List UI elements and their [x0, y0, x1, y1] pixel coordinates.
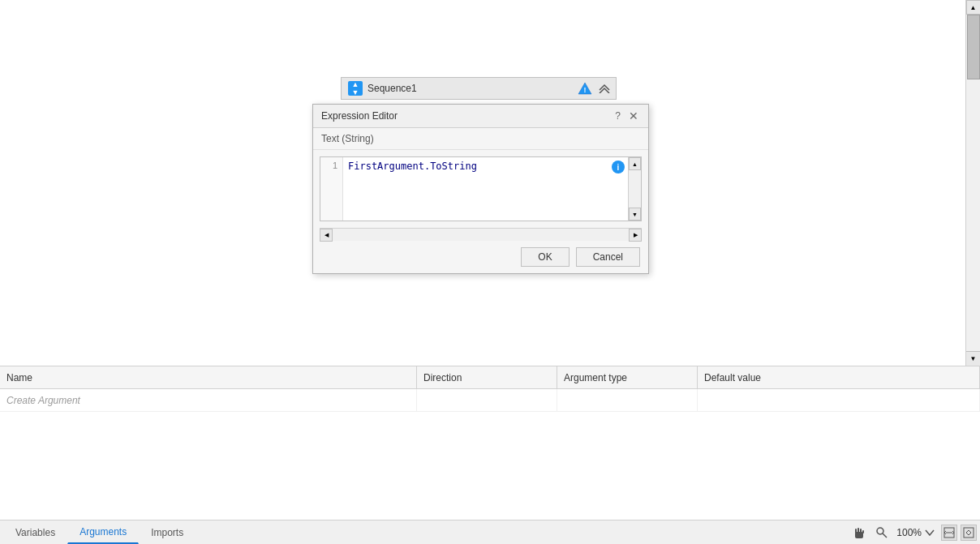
dialog-close-button[interactable]: ✕: [627, 109, 640, 122]
warning-icon: !: [578, 81, 592, 96]
arrow-up-icon: ▲: [352, 81, 359, 88]
dialog-title: Expression Editor: [321, 110, 398, 122]
cancel-button[interactable]: Cancel: [576, 247, 640, 267]
default-cell-empty: [698, 389, 980, 411]
scroll-down-arrow[interactable]: ▼: [966, 351, 981, 366]
hand-tool-icon[interactable]: [851, 525, 867, 541]
h-scroll-track: [333, 229, 629, 241]
col-header-direction: Direction: [417, 366, 557, 388]
svg-rect-5: [860, 529, 862, 533]
collapse-icon: [598, 84, 611, 93]
fit-page-button[interactable]: [961, 525, 977, 541]
sequence-collapse-btn[interactable]: [596, 80, 612, 96]
sequence-header[interactable]: ▲ ▼ Sequence1 !: [341, 77, 617, 100]
argtype-cell-empty: [557, 389, 698, 411]
info-icon[interactable]: i: [612, 161, 625, 173]
create-argument-text: Create Argument: [6, 395, 80, 406]
table-header: Name Direction Argument type Default val…: [0, 366, 980, 389]
arrow-down-icon: ▼: [352, 89, 359, 96]
scrollbar-thumb[interactable]: [967, 15, 980, 79]
hand-svg: [852, 525, 866, 540]
tab-variables[interactable]: Variables: [3, 521, 67, 544]
zoom-chevron-icon: [925, 529, 935, 536]
scroll-up-arrow[interactable]: ▲: [966, 0, 981, 15]
arguments-table: Name Direction Argument type Default val…: [0, 366, 980, 520]
create-argument-row[interactable]: Create Argument: [0, 389, 980, 412]
zoom-dropdown[interactable]: [925, 529, 935, 536]
sequence-arrows: ▲ ▼: [352, 81, 359, 96]
zoom-control: 100%: [896, 527, 935, 538]
line-number-1: 1: [325, 161, 337, 170]
editor-line-numbers: 1: [320, 157, 343, 221]
editor-vertical-scrollbar[interactable]: ▲ ▼: [628, 157, 641, 221]
col-header-name: Name: [0, 366, 417, 388]
tabs-left: Variables Arguments Imports: [3, 521, 196, 544]
create-argument-cell[interactable]: Create Argument: [0, 389, 417, 411]
tabs-right: 100%: [851, 525, 977, 541]
fit-icons: [941, 525, 977, 541]
dialog-buttons: OK Cancel: [313, 241, 648, 273]
dialog-controls: ? ✕: [615, 109, 640, 122]
direction-cell-empty: [417, 389, 557, 411]
svg-point-7: [877, 528, 883, 534]
bottom-panel: Name Direction Argument type Default val…: [0, 366, 980, 544]
canvas-area: ▲ ▼ ▲ ▼ Sequence1 !: [0, 0, 980, 366]
search-svg: [875, 526, 888, 539]
bottom-tabbar: Variables Arguments Imports: [0, 520, 980, 544]
svg-rect-6: [862, 530, 864, 533]
ok-button[interactable]: OK: [521, 247, 569, 267]
tab-arguments[interactable]: Arguments: [67, 521, 139, 544]
expression-editor-area[interactable]: 1 FirstArgument.ToString i ▲ ▼: [320, 156, 642, 221]
svg-rect-4: [858, 528, 859, 533]
editor-scroll-track: [629, 170, 641, 208]
sequence-icon: ▲ ▼: [348, 81, 363, 96]
tab-imports[interactable]: Imports: [139, 521, 196, 544]
fit-page-icon: [963, 527, 974, 538]
dialog-titlebar: Expression Editor ? ✕: [313, 105, 648, 128]
dialog-help-button[interactable]: ?: [615, 110, 621, 122]
editor-scroll-up[interactable]: ▲: [629, 157, 641, 170]
h-scroll-left[interactable]: ◀: [320, 229, 333, 242]
h-scroll-right[interactable]: ▶: [629, 229, 642, 242]
dialog-subtitle: Text (String): [313, 128, 648, 150]
svg-rect-3: [855, 529, 857, 533]
svg-text:!: !: [584, 86, 587, 94]
zoom-value: 100%: [896, 527, 922, 538]
search-icon[interactable]: [874, 525, 890, 541]
svg-rect-11: [964, 528, 974, 538]
sequence-warning-btn[interactable]: !: [577, 80, 593, 96]
expression-editor-dialog: Expression Editor ? ✕ Text (String) 1 Fi…: [312, 104, 649, 274]
sequence-actions: !: [577, 80, 612, 96]
svg-line-8: [883, 533, 887, 538]
fit-width-icon: [943, 527, 955, 538]
editor-content[interactable]: FirstArgument.ToString: [343, 157, 628, 221]
right-scrollbar[interactable]: ▲ ▼: [965, 0, 980, 366]
editor-scroll-down[interactable]: ▼: [629, 208, 641, 221]
sequence-title: Sequence1: [368, 83, 609, 94]
col-header-default-value: Default value: [698, 366, 980, 388]
dialog-horizontal-scrollbar[interactable]: ◀ ▶: [320, 228, 642, 241]
col-header-argument-type: Argument type: [557, 366, 698, 388]
sequence-container: ▲ ▼ Sequence1 !: [341, 77, 617, 100]
fit-width-button[interactable]: [941, 525, 957, 541]
